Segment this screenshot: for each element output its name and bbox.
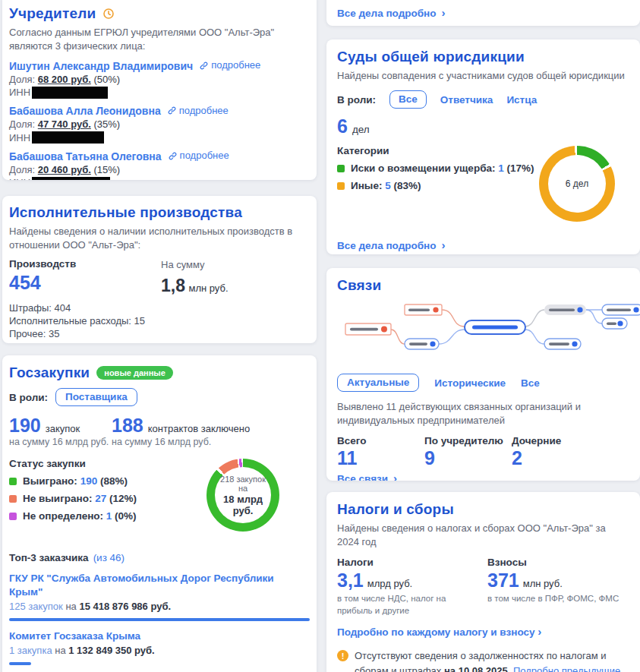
all-cases-link[interactable]: Все дела подробно › xyxy=(337,240,445,251)
link-icon xyxy=(200,62,208,70)
contracts-label: контрактов заключено xyxy=(148,423,251,434)
all-connections-link[interactable]: Все связи › xyxy=(337,473,397,481)
founder-more-link[interactable]: подробнее xyxy=(200,59,260,71)
sum-value: 1,8 xyxy=(161,276,185,295)
founder-more-label: подробнее xyxy=(211,59,260,71)
top3-label: Топ-3 заказчика xyxy=(9,552,89,563)
founders-intro: Согласно данным ЕГРЮЛ учредителями ООО "… xyxy=(9,26,307,53)
tab-actual[interactable]: Актуальные xyxy=(337,374,419,392)
fees-value: 371 xyxy=(487,570,519,590)
chevron-right-icon: › xyxy=(393,472,397,481)
connections-summary: Выявлено 11 действующих связанных органи… xyxy=(337,400,618,428)
procurement-title: Госзакупки xyxy=(9,365,90,380)
founder-inn: ИНН xyxy=(9,131,307,144)
role-defendant-link[interactable]: Ответчика xyxy=(440,94,493,106)
contracts-sum: на сумму 16 млрд руб. xyxy=(112,437,250,447)
founder-name-link[interactable]: Бабашова Татьяна Олеговна xyxy=(9,150,162,162)
taxes-intro: Найдены сведения о налогах и сборах ООО … xyxy=(337,522,629,549)
all-cases-link-top[interactable]: Все дела подробно › xyxy=(337,8,445,19)
proceedings-count: 454 xyxy=(9,273,161,292)
enforcement-title: Исполнительные производства xyxy=(9,205,307,220)
enforcement-breakdown: Штрафы: 404 Исполнительные расходы: 15 П… xyxy=(9,302,307,340)
role-plaintiff-link[interactable]: Истца xyxy=(506,94,537,106)
role-label: В роли: xyxy=(337,94,376,106)
breakdown-line: Исполнительные расходы: 15 xyxy=(9,315,307,327)
taxes-note: в том числе НДС, налог на прибыль и друг… xyxy=(337,593,472,617)
founder-more-link[interactable]: подробнее xyxy=(168,105,229,117)
founders-card: Учредители Согласно данным ЕГРЮЛ учредит… xyxy=(2,0,317,180)
purchases-count: 190 xyxy=(9,415,41,435)
customer-name-link[interactable]: Комитет Госзаказа Крыма xyxy=(9,630,140,642)
legend-swatch xyxy=(9,495,17,503)
role-all-button[interactable]: Все xyxy=(389,90,427,109)
no-debt-notice: ! Отсутствуют сведения о задолженностях … xyxy=(337,648,629,672)
founder-item: Ишутин Александр Владимирович подробнее … xyxy=(9,59,307,99)
customer-amount-bar xyxy=(9,662,31,665)
top3-total-link[interactable]: (из 46) xyxy=(93,552,125,563)
purchases-label: закупок xyxy=(46,423,80,434)
customer-stats: 125 закупок на 15 418 876 986 руб. xyxy=(9,601,307,612)
new-data-badge: новые данные xyxy=(96,366,173,380)
warning-icon: ! xyxy=(337,650,348,661)
cases-count: 6 xyxy=(337,116,348,136)
chevron-right-icon: › xyxy=(441,239,445,251)
enforcement-card: Исполнительные производства Найдены свед… xyxy=(2,196,317,343)
procurement-card: Госзакупки новые данные В роли: Поставщи… xyxy=(2,355,317,672)
clock-icon xyxy=(102,8,115,20)
courts-card: Суды общей юрисдикции Найдены совпадения… xyxy=(326,39,640,254)
redacted-inn-box xyxy=(32,87,108,99)
conn-stat-by-founder: По учредителю 9 xyxy=(424,435,512,468)
connections-graph[interactable] xyxy=(337,301,629,371)
customer-amount-bar xyxy=(9,618,310,621)
tab-all[interactable]: Все xyxy=(521,377,540,389)
founder-share: Доля: 47 740 руб. (35%) xyxy=(9,119,307,130)
notice-date: на 10.08.2025. xyxy=(444,665,510,672)
legend-swatch xyxy=(337,165,345,172)
proceedings-label: Производств xyxy=(9,258,161,270)
purchases-sum: на сумму 16 млрд руб. xyxy=(9,437,112,447)
tax-detail-link[interactable]: Подробно по каждому налогу и взносу › xyxy=(337,626,629,638)
role-supplier-button[interactable]: Поставщика xyxy=(55,388,137,406)
customer-stats: 1 закупка на 1 132 849 350 руб. xyxy=(9,645,307,656)
arbitration-card-tail: Все дела подробно › xyxy=(326,0,640,26)
customer-item: Комитет Госзаказа Крыма 1 закупка на 1 1… xyxy=(9,629,307,665)
fees-unit: млн руб. xyxy=(523,578,563,589)
fees-note: в том числе в ПФР, ФОМС, ФМС xyxy=(487,593,619,605)
founder-item: Бабашова Алла Леонидовна подробнее Доля:… xyxy=(9,105,307,144)
donut-center-top: 218 закупок на xyxy=(215,475,271,493)
founder-name-link[interactable]: Ишутин Александр Владимирович xyxy=(9,60,193,72)
breakdown-line: Штрафы: 404 xyxy=(9,302,307,314)
procurement-donut-chart: 218 закупок на 18 млрд руб. xyxy=(207,459,279,532)
founder-share: Доля: 20 460 руб. (15%) xyxy=(9,165,307,175)
founder-inn: ИНН xyxy=(9,87,307,99)
courts-intro: Найдены совпадения с участниками судов о… xyxy=(337,69,629,83)
legend-swatch xyxy=(337,182,345,190)
customer-item: ГКУ РК "Служба Автомобильных Дорог Респу… xyxy=(9,571,307,621)
taxes-unit: млрд руб. xyxy=(367,578,412,589)
founder-name-link[interactable]: Бабашова Алла Леонидовна xyxy=(9,105,161,117)
enforcement-intro: Найдены сведения о наличии исполнительны… xyxy=(9,225,307,252)
taxes-block: Налоги 3,1 млрд руб. в том числе НДС, на… xyxy=(337,557,487,617)
role-label: В роли: xyxy=(9,392,48,403)
tab-historical[interactable]: Исторические xyxy=(434,377,506,389)
conn-stat-subsidiaries: Дочерние 2 xyxy=(512,435,599,468)
customer-name-link[interactable]: ГКУ РК "Служба Автомобильных Дорог Респу… xyxy=(9,573,274,598)
founders-title: Учредители xyxy=(9,6,96,21)
founder-more-label: подробнее xyxy=(180,150,229,162)
founder-inn: ИНН xyxy=(9,177,307,180)
contracts-count: 188 xyxy=(112,415,143,435)
founder-more-link[interactable]: подробнее xyxy=(169,150,229,162)
founder-more-label: подробнее xyxy=(179,105,229,117)
connections-title: Связи xyxy=(337,278,629,293)
founder-share: Доля: 68 200 руб. (50%) xyxy=(9,74,307,85)
redacted-inn-box xyxy=(32,131,104,144)
link-icon xyxy=(169,152,177,160)
taxes-card: Налоги и сборы Найдены сведения о налога… xyxy=(326,492,640,672)
connections-card: Связи xyxy=(326,268,640,481)
link-icon xyxy=(168,106,176,115)
taxes-title: Налоги и сборы xyxy=(337,502,629,517)
sum-label: На сумму xyxy=(161,258,229,272)
donut-center-bottom: 18 млрд руб. xyxy=(215,494,271,516)
courts-title: Суды общей юрисдикции xyxy=(337,49,629,65)
fees-block: Взносы 371 млн руб. в том числе в ПФР, Ф… xyxy=(487,557,619,617)
